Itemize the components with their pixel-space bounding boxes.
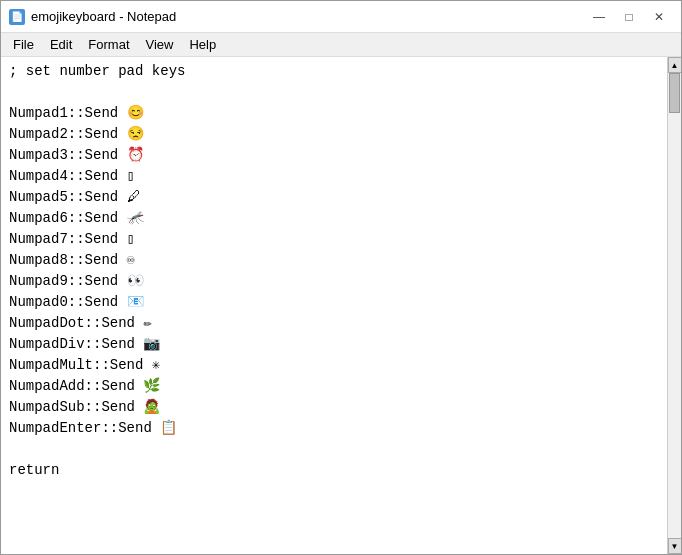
notepad-window: 📄 emojikeyboard - Notepad — □ ✕ File Edi… [0,0,682,555]
scrollbar-track-area[interactable] [668,73,681,538]
minimize-button[interactable]: — [585,6,613,28]
menu-edit[interactable]: Edit [42,35,80,54]
menu-bar: File Edit Format View Help [1,33,681,57]
menu-help[interactable]: Help [181,35,224,54]
scroll-down-button[interactable]: ▼ [668,538,682,554]
window-title: emojikeyboard - Notepad [31,9,176,24]
menu-view[interactable]: View [138,35,182,54]
maximize-button[interactable]: □ [615,6,643,28]
title-bar-left: 📄 emojikeyboard - Notepad [9,9,176,25]
editor-textarea[interactable]: ; set number pad keys Numpad1::Send 😊 Nu… [1,57,667,554]
vertical-scrollbar[interactable]: ▲ ▼ [667,57,681,554]
scrollbar-thumb[interactable] [669,73,680,113]
title-bar: 📄 emojikeyboard - Notepad — □ ✕ [1,1,681,33]
menu-format[interactable]: Format [80,35,137,54]
window-controls: — □ ✕ [585,6,673,28]
app-icon: 📄 [9,9,25,25]
close-button[interactable]: ✕ [645,6,673,28]
editor-area: ; set number pad keys Numpad1::Send 😊 Nu… [1,57,681,554]
menu-file[interactable]: File [5,35,42,54]
scroll-up-button[interactable]: ▲ [668,57,682,73]
